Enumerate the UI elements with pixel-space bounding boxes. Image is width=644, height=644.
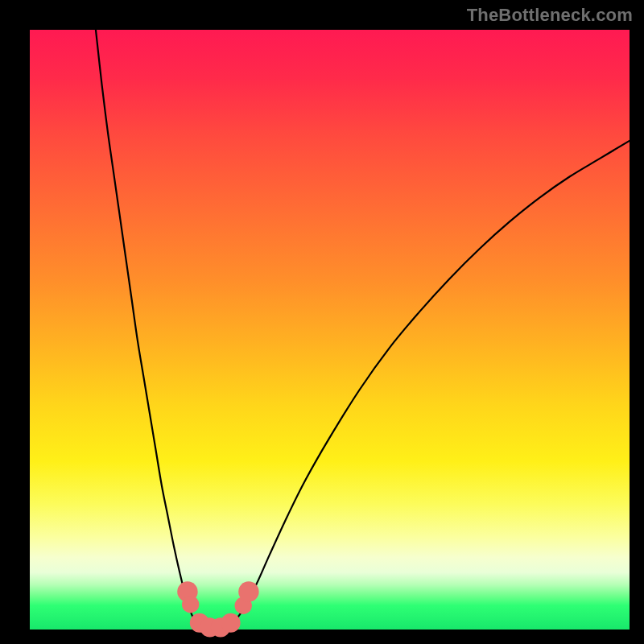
- outer-frame: TheBottleneck.com: [0, 0, 644, 644]
- marker-dot: [238, 581, 258, 601]
- marker-group: [177, 581, 258, 637]
- marker-dot: [182, 596, 199, 613]
- curve-layer: [30, 30, 630, 630]
- watermark-text: TheBottleneck.com: [467, 5, 633, 26]
- bottleneck-curve: [96, 30, 630, 629]
- marker-dot: [221, 613, 241, 633]
- plot-area: [30, 30, 630, 630]
